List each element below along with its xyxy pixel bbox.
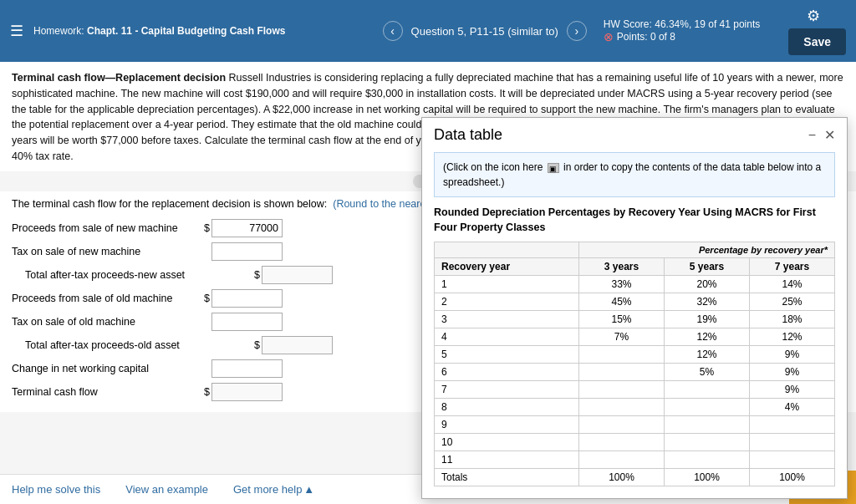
header-nav: ‹ Question 5, P11-15 (similar to) ›	[383, 21, 587, 41]
gear-icon[interactable]: ⚙	[807, 7, 820, 25]
input-tax-old-machine[interactable]	[211, 313, 283, 331]
cell-r10-c1	[579, 451, 665, 469]
cell-r4-c3: 9%	[749, 346, 834, 364]
save-button[interactable]: Save	[788, 28, 846, 55]
row-label-2: Total after-tax proceeds-new asset	[12, 269, 204, 281]
table-row: 10	[435, 434, 835, 451]
cell-r4-c2: 12%	[665, 346, 750, 364]
input-new-machine-proceeds[interactable]	[211, 219, 283, 237]
cell-r9-c2	[665, 434, 750, 451]
modal-close-button[interactable]: ✕	[824, 127, 835, 143]
cell-r6-c1	[579, 381, 665, 399]
cell-r1-c0: 2	[435, 293, 579, 311]
cell-r5-c0: 6	[435, 364, 579, 381]
menu-icon[interactable]: ☰	[10, 22, 23, 40]
cell-r3-c3: 12%	[749, 328, 834, 346]
modal-controls: − ✕	[808, 127, 835, 143]
table-row: 9	[435, 416, 835, 434]
modal-minimize-button[interactable]: −	[808, 128, 816, 143]
cell-r4-c0: 5	[435, 346, 579, 364]
cell-r8-c3	[749, 416, 834, 434]
cell-r0-c1: 33%	[579, 276, 665, 293]
result-terminal-cash-flow	[211, 383, 283, 401]
cell-r1-c2: 32%	[665, 293, 750, 311]
hw-score-label: HW Score: 46.34%, 19 of 41 points	[604, 18, 760, 30]
cell-r2-c0: 3	[435, 311, 579, 328]
cell-r3-c0: 4	[435, 328, 579, 346]
pct-header-row: Percentage by recovery year*	[435, 242, 835, 258]
table-row: Proceeds from sale of new machine $	[12, 218, 363, 238]
table-row: 47%12%12%	[435, 328, 835, 346]
hw-label: Homework: Chapt. 11 - Capital Budgeting …	[33, 25, 285, 37]
cell-r0-c2: 20%	[665, 276, 750, 293]
cell-r1-c3: 25%	[749, 293, 834, 311]
col-header-row: Recovery year 3 years 5 years 7 years	[435, 258, 835, 276]
help-me-solve-link[interactable]: Help me solve this	[12, 483, 100, 496]
table-row: Proceeds from sale of old machine $	[12, 288, 363, 308]
question-label: Question 5, P11-15 (similar to)	[411, 25, 558, 38]
cell-r8-c0: 9	[435, 416, 579, 434]
hw-name: Chapt. 11 - Capital Budgeting Cash Flows	[87, 25, 285, 37]
recovery-year-header: Recovery year	[435, 258, 579, 276]
table-row: Tax on sale of new machine $	[12, 242, 363, 262]
table-row: 79%	[435, 381, 835, 399]
result-old-asset	[262, 336, 333, 354]
dollar-sign-0: $	[204, 222, 210, 234]
result-new-asset	[262, 266, 333, 284]
row-label-5: Total after-tax proceeds-old asset	[12, 339, 204, 351]
table-row: Terminal cash flow $	[12, 382, 363, 402]
dollar-sign-2: $	[254, 269, 260, 281]
header-score: HW Score: 46.34%, 19 of 41 points ⊗ Poin…	[604, 18, 760, 43]
modal-header: Data table − ✕	[422, 118, 847, 152]
cell-r7-c2	[665, 399, 750, 416]
row-label-6: Change in net working capital	[12, 363, 204, 374]
cell-r9-c0: 10	[435, 434, 579, 451]
cell-r7-c3: 4%	[749, 399, 834, 416]
cell-r5-c1	[579, 364, 665, 381]
cell-r10-c3	[749, 451, 834, 469]
modal-title: Data table	[434, 126, 502, 144]
cell-r9-c1	[579, 434, 665, 451]
header-title: Homework: Chapt. 11 - Capital Budgeting …	[33, 25, 285, 37]
dollar-sign-5: $	[254, 339, 260, 351]
header: ☰ Homework: Chapt. 11 - Capital Budgetin…	[0, 0, 856, 62]
cell-r5-c2: 5%	[665, 364, 750, 381]
cell-r10-c2	[665, 451, 750, 469]
points-label: Points: 0 of 8	[617, 31, 675, 43]
depreciation-table: Percentage by recovery year* Recovery ye…	[434, 242, 835, 486]
table-row: 315%19%18%	[435, 311, 835, 328]
cell-r10-c0: 11	[435, 451, 579, 469]
input-tax-new-machine[interactable]	[211, 242, 283, 261]
nav-next-button[interactable]: ›	[567, 21, 587, 41]
input-old-machine-proceeds[interactable]	[211, 289, 283, 308]
table-row: 245%32%25%	[435, 293, 835, 311]
view-example-link[interactable]: View an example	[125, 483, 208, 496]
input-working-capital[interactable]	[211, 359, 283, 378]
cell-r6-c2	[665, 381, 750, 399]
nav-prev-button[interactable]: ‹	[383, 21, 403, 41]
3yr-header: 3 years	[579, 258, 665, 276]
cell-r6-c3: 9%	[749, 381, 834, 399]
modal-table-title: Rounded Depreciation Percentages by Reco…	[434, 206, 835, 235]
table-row: 133%20%14%	[435, 276, 835, 293]
table-row: 11	[435, 451, 835, 469]
input-table: Proceeds from sale of new machine $ Tax …	[12, 218, 363, 402]
cell-r7-c1	[579, 399, 665, 416]
modal-instruction: (Click on the icon here ▣ in order to co…	[434, 152, 835, 197]
cell-r3-c2: 12%	[665, 328, 750, 346]
points-row: ⊗ Points: 0 of 8	[604, 30, 760, 43]
cell-r0-c0: 1	[435, 276, 579, 293]
table-row: Total after-tax proceeds-new asset $	[12, 265, 363, 285]
copy-icon[interactable]: ▣	[548, 163, 559, 173]
totals-row: Totals 100% 100% 100%	[435, 469, 835, 486]
cell-r0-c3: 14%	[749, 276, 834, 293]
cell-r2-c1: 15%	[579, 311, 665, 328]
7yr-header: 7 years	[749, 258, 834, 276]
row-label-3: Proceeds from sale of old machine	[12, 293, 204, 304]
get-more-help-button[interactable]: Get more help ▲	[233, 483, 314, 496]
header-right: HW Score: 46.34%, 19 of 41 points ⊗ Poin…	[604, 7, 846, 55]
row-label-7: Terminal cash flow	[12, 386, 204, 398]
dollar-sign-7: $	[204, 386, 210, 398]
table-row: 65%9%	[435, 364, 835, 381]
cell-r2-c2: 19%	[665, 311, 750, 328]
